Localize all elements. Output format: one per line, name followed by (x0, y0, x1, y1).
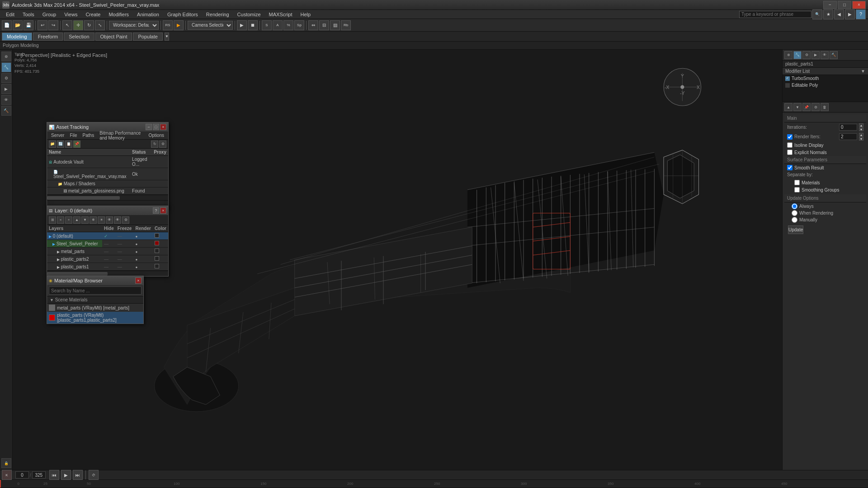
ts-when-rendering-radio[interactable] (792, 210, 797, 216)
at-scrollbar[interactable] (47, 195, 168, 200)
maximize-button[interactable]: □ (838, 1, 851, 9)
workspace-dropdown[interactable]: Workspace: Default (109, 21, 159, 30)
tab-more-button[interactable]: ▼ (165, 33, 169, 41)
new-scene-button[interactable]: 📄 (2, 20, 12, 30)
tab-populate[interactable]: Populate (133, 33, 162, 41)
at-toolbar-btn2[interactable]: 🔄 (57, 141, 64, 148)
mod-nav-down[interactable]: ▼ (793, 103, 802, 111)
material-search-input[interactable] (49, 286, 142, 295)
at-menu-server[interactable]: Server (49, 132, 66, 138)
ts-always-radio[interactable] (792, 203, 797, 209)
angle-snap-button[interactable]: A (273, 20, 283, 30)
timeline-pointer[interactable] (0, 480, 1, 488)
minimize-button[interactable]: − (823, 1, 837, 9)
layer-toolbar-down[interactable]: ▼ (81, 216, 89, 224)
ts-update-button[interactable]: Update (788, 225, 803, 234)
menu-create[interactable]: Create (82, 11, 104, 18)
menu-tools[interactable]: Tools (19, 11, 38, 18)
tab-object-paint[interactable]: Object Paint (95, 33, 132, 41)
close-button[interactable]: × (852, 1, 866, 9)
rpanel-create-icon[interactable]: ⊕ (784, 51, 793, 59)
menu-modifiers[interactable]: Modifiers (105, 11, 132, 18)
modifier-turbosmooth[interactable]: ✓ TurboSmooth (783, 75, 868, 82)
bt-key-mode[interactable]: K (2, 470, 12, 480)
at-toolbar-btn1[interactable]: 📁 (49, 141, 56, 148)
ts-iterations-up[interactable]: ▲ (859, 123, 863, 127)
sidebar-hierarchy[interactable]: ⚙ (1, 73, 11, 83)
menu-help[interactable]: Help (297, 11, 315, 18)
redo-button[interactable]: ↪ (48, 20, 58, 30)
asset-tracking-close[interactable]: × (160, 124, 166, 130)
ts-smoothing-check[interactable] (794, 187, 800, 192)
tab-selection[interactable]: Selection (64, 33, 94, 41)
bt-time-config[interactable]: ⏱ (89, 470, 99, 480)
open-file-button[interactable]: 📂 (13, 20, 23, 30)
menu-group[interactable]: Group (39, 11, 60, 18)
ts-iterations-input[interactable] (839, 124, 857, 131)
tab-modeling[interactable]: Modeling (2, 33, 32, 41)
bt-next-frame[interactable]: ⏭ (73, 470, 83, 480)
mod-nav-pin[interactable]: 📌 (802, 103, 811, 111)
layer-toolbar-up[interactable]: ▲ (73, 216, 80, 224)
ts-smooth-result-check[interactable] (787, 165, 793, 170)
move-button[interactable]: ✛ (73, 20, 83, 30)
spinner-snap-button[interactable]: Sp (294, 20, 304, 30)
mat-item-metal[interactable]: metal_parts (VRayMtl) [metal_parts] (47, 304, 143, 312)
help-search-input[interactable] (739, 11, 811, 18)
at-menu-bitmap[interactable]: Bitmap Performance and Memory (97, 130, 145, 141)
menu-rendering[interactable]: Rendering (203, 11, 233, 18)
layer-toolbar-select[interactable]: ⊞ (49, 216, 56, 224)
asset-tracking-maximize[interactable]: □ (153, 124, 159, 130)
help-info-button[interactable]: ? (856, 9, 866, 19)
timeline-inner[interactable]: 0 25 50 100 150 200 250 300 350 400 450 (0, 480, 868, 488)
asset-tracking-minimize[interactable]: − (146, 124, 152, 130)
menu-customize[interactable]: Customize (234, 11, 264, 18)
ts-explicit-check[interactable] (787, 150, 793, 155)
ts-render-iters-check[interactable] (787, 134, 793, 140)
material-panel-close[interactable]: × (135, 277, 142, 284)
menu-animation[interactable]: Animation (133, 11, 163, 18)
rpanel-modify-icon[interactable]: 🔧 (793, 51, 802, 59)
menu-maxscript[interactable]: MAXScript (265, 11, 296, 18)
bt-play[interactable]: ▶ (61, 470, 71, 480)
layer-manager-button[interactable]: ▤ (330, 20, 340, 30)
sidebar-utilities[interactable]: 🔨 (1, 106, 11, 116)
sidebar-modify[interactable]: 🔧 (1, 62, 11, 72)
sidebar-create[interactable]: ⊕ (1, 52, 11, 61)
viewport[interactable]: + [Perspective] [Realistic + Edged Faces… (13, 50, 782, 470)
help-bookmark-button[interactable]: ★ (823, 9, 833, 19)
layer-toolbar-hide[interactable]: 👁 (106, 216, 113, 224)
modifier-editablepoly[interactable]: Editable Poly (783, 82, 868, 89)
layer-toolbar-unfreeze[interactable]: ☀ (98, 216, 105, 224)
snap-toggle-button[interactable]: S (262, 20, 272, 30)
material-panel-titlebar[interactable]: ◉ Material/Map Browser × (47, 276, 143, 285)
help-search-button[interactable]: 🔍 (812, 9, 822, 19)
layer-toolbar-delete[interactable]: × (57, 216, 64, 224)
stop-button[interactable]: ⏹ (248, 20, 258, 30)
help-fwd-button[interactable]: ▶ (845, 9, 855, 19)
percent-snap-button[interactable]: % (283, 20, 293, 30)
at-menu-file[interactable]: File (67, 132, 79, 138)
play-button[interactable]: ▶ (237, 20, 247, 30)
at-toolbar-settings[interactable]: ⚙ (159, 141, 166, 148)
layer-toolbar-freeze[interactable]: ❄ (90, 216, 97, 224)
select-button[interactable]: ↖ (62, 20, 72, 30)
ts-iterations-down[interactable]: ▼ (859, 127, 863, 131)
ts-render-iters-up[interactable]: ▲ (859, 133, 863, 136)
sidebar-display[interactable]: 👁 (1, 95, 11, 105)
at-toolbar-refresh[interactable]: ↻ (151, 141, 158, 148)
selection-filter-dropdown[interactable]: Camera Selection (188, 21, 233, 30)
layer-toolbar-settings[interactable]: ⚙ (122, 216, 129, 224)
layer-toolbar-add[interactable]: + (65, 216, 72, 224)
at-menu-paths[interactable]: Paths (80, 132, 97, 138)
layer-panel-close[interactable]: × (160, 207, 166, 214)
tab-freeform[interactable]: Freeform (33, 33, 63, 41)
align-button[interactable]: ⊟ (319, 20, 329, 30)
save-file-button[interactable]: 💾 (24, 20, 33, 30)
ribbon-button[interactable]: Rb (341, 20, 351, 30)
layer-toolbar-unhide[interactable]: 👁 (114, 216, 121, 224)
scale-button[interactable]: ⤡ (95, 20, 105, 30)
rotate-button[interactable]: ↻ (84, 20, 94, 30)
mod-nav-settings[interactable]: ⚙ (811, 103, 820, 111)
sidebar-motion[interactable]: ▶ (1, 84, 11, 94)
